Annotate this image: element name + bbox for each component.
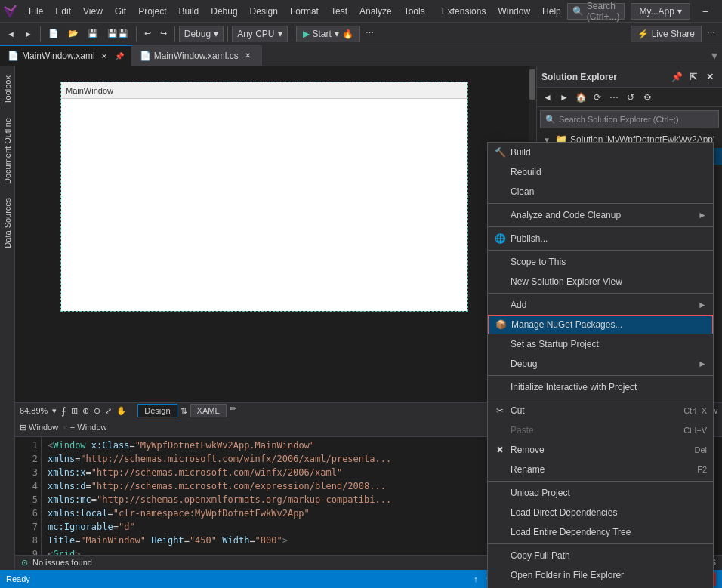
menu-build[interactable]: Build xyxy=(173,3,205,20)
live-share-button[interactable]: ⚡ Live Share xyxy=(631,26,702,42)
menu-extensions[interactable]: Extensions xyxy=(436,3,492,20)
line-num-9: 9 xyxy=(18,547,38,555)
ctx-cut[interactable]: ✂ Cut Ctrl+X xyxy=(488,401,713,420)
start-button[interactable]: ▶ Start ▾ 🔥 xyxy=(296,26,360,42)
debug-config-label: Debug xyxy=(184,29,211,39)
ctx-publish[interactable]: 🌐 Publish... xyxy=(488,229,713,248)
grid-view-icon[interactable]: ⊞ xyxy=(71,406,78,416)
sort-icon-group: ⇅ xyxy=(180,404,187,417)
menu-test[interactable]: Test xyxy=(325,3,353,20)
menu-project[interactable]: Project xyxy=(132,3,172,20)
sol-refresh-btn[interactable]: ↺ xyxy=(623,90,638,105)
sol-back-btn[interactable]: ◄ xyxy=(540,90,555,105)
live-share-icon: ⚡ xyxy=(637,29,649,39)
analyze-arrow-icon: ► xyxy=(698,210,707,220)
menu-window[interactable]: Window xyxy=(492,3,536,20)
save-button[interactable]: 💾 xyxy=(84,25,102,43)
sol-sync-btn[interactable]: ⟳ xyxy=(590,90,605,105)
toolbar-more-buttons[interactable]: ⋯ xyxy=(362,25,378,43)
tab-dropdown-button[interactable]: ▾ xyxy=(707,48,722,63)
menu-bar: File Edit View Git Project Build Debug D… xyxy=(0,0,722,23)
menu-edit[interactable]: Edit xyxy=(49,3,77,20)
cut-shortcut: Ctrl+X xyxy=(683,406,707,415)
new-file-button[interactable]: 📄 xyxy=(45,25,63,43)
ctx-copy-path[interactable]: Copy Full Path xyxy=(488,546,713,565)
sol-forward-btn[interactable]: ► xyxy=(557,90,572,105)
minimize-button[interactable]: − xyxy=(695,3,716,20)
tab-mainwindow-xaml-cs[interactable]: 📄 MainWindow.xaml.cs ✕ xyxy=(132,45,262,66)
pan-icon[interactable]: ✋ xyxy=(116,406,127,416)
remove-icon: ✖ xyxy=(494,444,506,456)
scrollbar-thumb[interactable] xyxy=(529,69,535,100)
save-all-button[interactable]: 💾💾 xyxy=(103,25,132,43)
ctx-clean[interactable]: Clean xyxy=(488,182,713,202)
menu-help[interactable]: Help xyxy=(536,3,567,20)
solution-search-placeholder: Search Solution Explorer (Ctrl+;) xyxy=(559,115,679,124)
undo-button[interactable]: ↩ xyxy=(140,25,155,43)
tab-xaml-close[interactable]: ✕ xyxy=(98,50,110,62)
toolbox-tab[interactable]: Toolbox xyxy=(2,69,14,110)
ctx-rename[interactable]: Rename F2 xyxy=(488,460,713,479)
tab-pin-icon[interactable]: 📌 xyxy=(115,52,124,60)
menu-analyze[interactable]: Analyze xyxy=(353,3,398,20)
ctx-new-sol-view[interactable]: New Solution Explorer View xyxy=(488,272,713,291)
ctx-load-direct[interactable]: Load Direct Dependencies xyxy=(488,503,713,522)
solution-search-box[interactable]: 🔍 Search Solution Explorer (Ctrl+;) xyxy=(540,110,719,128)
zoom-dropdown-icon[interactable]: ▾ xyxy=(52,406,57,416)
toolbar: ◄ ► 📄 📂 💾 💾💾 ↩ ↪ Debug ▾ Any CPU ▾ ▶ Sta… xyxy=(0,23,722,45)
ctx-load-entire[interactable]: Load Entire Dependency Tree xyxy=(488,522,713,542)
zoom-out-icon[interactable]: ⊖ xyxy=(94,406,100,416)
fit-icon[interactable]: ⤢ xyxy=(105,406,112,416)
redo-button[interactable]: ↪ xyxy=(156,25,171,43)
preview-content xyxy=(61,99,467,311)
ctx-open-folder[interactable]: Open Folder in File Explorer xyxy=(488,565,713,585)
forward-button[interactable]: ► xyxy=(20,25,36,43)
ctx-build[interactable]: 🔨 Build xyxy=(488,143,713,162)
solution-pin-button[interactable]: 📌 xyxy=(669,69,684,85)
restore-button[interactable]: □ xyxy=(717,3,722,20)
tab-cs-close[interactable]: ✕ xyxy=(242,50,254,62)
document-outline-tab[interactable]: Document Outline xyxy=(2,112,14,190)
ctx-remove[interactable]: ✖ Remove Del xyxy=(488,440,713,460)
menu-file[interactable]: File xyxy=(23,3,49,20)
platform-dropdown[interactable]: Any CPU ▾ xyxy=(232,26,287,42)
search-box[interactable]: 🔍 Search (Ctrl+...) xyxy=(567,3,625,20)
open-file-button[interactable]: 📂 xyxy=(64,25,82,43)
menu-format[interactable]: Format xyxy=(284,3,325,20)
ctx-sep-5 xyxy=(488,375,713,376)
ctx-manage-nuget[interactable]: 📦 Manage NuGet Packages... xyxy=(488,315,713,334)
tab-mainwindow-xaml[interactable]: 📄 MainWindow.xaml ✕ 📌 xyxy=(0,45,132,66)
ctx-analyze[interactable]: Analyze and Code Cleanup ► xyxy=(488,205,713,225)
menu-view[interactable]: View xyxy=(77,3,109,20)
design-tab-button[interactable]: Design xyxy=(137,404,177,417)
menu-design[interactable]: Design xyxy=(244,3,284,20)
ctx-unload[interactable]: Unload Project xyxy=(488,483,713,503)
sol-more-btn[interactable]: ⋯ xyxy=(606,90,622,105)
toolbar-extra-button[interactable]: ⋯ xyxy=(703,25,719,43)
menu-debug[interactable]: Debug xyxy=(205,3,243,20)
ctx-open-terminal[interactable]: Open in Terminal xyxy=(488,585,713,588)
ctx-load-direct-label: Load Direct Dependencies xyxy=(511,507,617,518)
data-sources-tab[interactable]: Data Sources xyxy=(2,192,14,254)
xaml-tab-button[interactable]: XAML xyxy=(190,404,227,417)
solution-popout-button[interactable]: ⇱ xyxy=(686,69,701,85)
zoom-in-icon[interactable]: ⊕ xyxy=(82,406,89,416)
menu-tools[interactable]: Tools xyxy=(398,3,431,20)
solution-close-button[interactable]: ✕ xyxy=(702,69,717,85)
sol-settings-btn[interactable]: ⚙ xyxy=(640,90,655,105)
debug-config-dropdown[interactable]: Debug ▾ xyxy=(179,26,224,42)
ctx-rebuild[interactable]: Rebuild xyxy=(488,162,713,182)
sol-home-btn[interactable]: 🏠 xyxy=(573,90,588,105)
ctx-sep-6 xyxy=(488,399,713,399)
ctx-scope[interactable]: Scope to This xyxy=(488,252,713,272)
window-breadcrumb-1: ⊞ Window xyxy=(20,423,58,433)
ctx-add[interactable]: Add ► xyxy=(488,295,713,315)
ctx-debug-sub[interactable]: Debug ► xyxy=(488,354,713,374)
ctx-add-label: Add xyxy=(511,300,526,310)
ctx-set-startup[interactable]: Set as Startup Project xyxy=(488,334,713,354)
ctx-init-interactive[interactable]: Initialize Interactive with Project xyxy=(488,377,713,397)
menu-git[interactable]: Git xyxy=(109,3,132,20)
back-button[interactable]: ◄ xyxy=(3,25,19,43)
myapp-button[interactable]: My...App ▾ xyxy=(631,3,690,20)
no-issues-icon: ⊙ xyxy=(21,558,28,568)
